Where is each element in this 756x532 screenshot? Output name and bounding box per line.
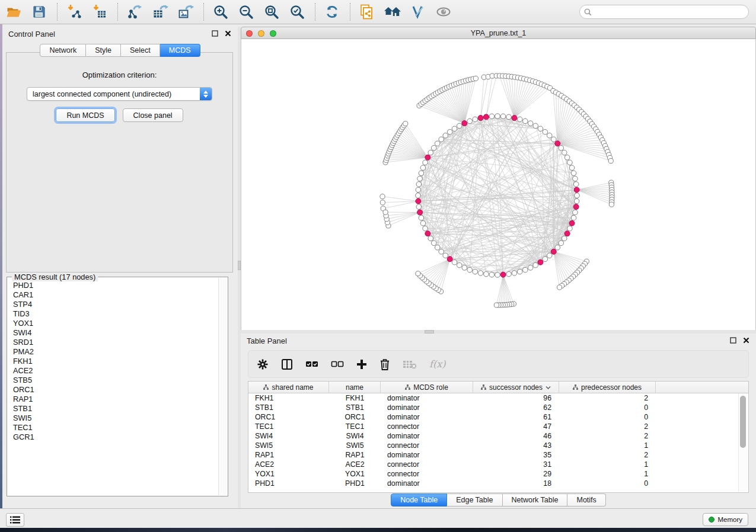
table-scrollbar[interactable] [738, 393, 748, 492]
memory-label: Memory [717, 516, 742, 523]
cell-successor-nodes: 31 [473, 460, 559, 469]
open-file-button[interactable] [5, 2, 23, 21]
cell-shared-name: SWI4 [248, 431, 329, 441]
mcds-result-item[interactable]: GCR1 [13, 432, 219, 442]
cell-mcds-role: connector [381, 422, 473, 431]
mcds-result-item[interactable]: STP4 [13, 300, 219, 309]
tab-style[interactable]: Style [86, 44, 121, 57]
split-columns-button[interactable] [281, 358, 293, 370]
visual-style-button[interactable] [409, 2, 427, 21]
mcds-result-item[interactable]: SRD1 [13, 338, 219, 347]
zoom-out-button[interactable] [237, 2, 255, 21]
window-close-icon[interactable] [246, 30, 253, 37]
cell-predecessor-nodes: 1 [559, 460, 656, 469]
search-input[interactable] [594, 7, 748, 17]
float-panel-button[interactable] [729, 336, 737, 344]
mcds-result-item[interactable]: YOX1 [13, 319, 219, 328]
mcds-result-item[interactable]: STB1 [13, 404, 219, 414]
table-row[interactable]: PHD1PHD1dominator180 [248, 479, 748, 488]
table-row[interactable]: SWI4SWI4dominator462 [248, 431, 748, 441]
column-header-predecessor-nodes[interactable]: predecessor nodes [559, 382, 656, 393]
close-panel-button[interactable] [224, 30, 232, 37]
close-panel-button[interactable] [742, 336, 750, 344]
table-row[interactable]: RAP1RAP1dominator352 [248, 450, 748, 460]
mcds-result-item[interactable]: PHD1 [13, 281, 219, 290]
column-header-name[interactable]: name [329, 382, 381, 393]
mcds-result-item[interactable]: RAP1 [13, 395, 219, 404]
cell-shared-name: RAP1 [248, 450, 329, 460]
window-zoom-icon[interactable] [270, 30, 276, 37]
mcds-result-item[interactable]: CAR1 [13, 290, 219, 300]
tab-edge-table[interactable]: Edge Table [447, 493, 502, 507]
table-row[interactable]: ACE2ACE2connector311 [248, 460, 748, 469]
tab-motifs[interactable]: Motifs [567, 493, 605, 507]
float-panel-button[interactable] [211, 30, 219, 37]
optimization-criterion-value: largest connected component (undirected) [27, 90, 200, 98]
zoom-selected-button[interactable] [288, 2, 306, 21]
table-row[interactable]: STB1STB1dominator620 [248, 403, 748, 412]
add-column-button[interactable] [356, 359, 367, 370]
tab-node-table[interactable]: Node Table [391, 493, 447, 507]
mcds-result-item[interactable]: TID3 [13, 309, 219, 319]
import-table-button[interactable] [91, 2, 109, 21]
table-settings-button[interactable] [257, 358, 269, 370]
cell-shared-name: SWI5 [248, 441, 329, 450]
table-row[interactable]: YOX1YOX1connector291 [248, 469, 748, 479]
memory-button[interactable]: Memory [703, 513, 748, 526]
mcds-list-scrollbar[interactable] [218, 278, 227, 495]
cell-shared-name: ORC1 [248, 412, 329, 422]
table-row[interactable]: TEC1TEC1connector472 [248, 422, 748, 431]
share-document-button[interactable] [358, 2, 376, 21]
table-panel-tabs: Node TableEdge TableNetwork TableMotifs [241, 493, 756, 507]
delete-column-button[interactable] [379, 358, 390, 370]
close-panel-action-button[interactable]: Close panel [123, 108, 183, 122]
clear-checkboxes-button[interactable] [331, 360, 344, 368]
table-row[interactable]: FKH1FKH1dominator962 [248, 393, 748, 403]
function-builder-button[interactable]: f(x) [429, 358, 445, 370]
table-scrollbar-thumb[interactable] [740, 396, 746, 448]
export-image-button[interactable] [177, 2, 194, 21]
column-header-shared-name[interactable]: shared name [248, 382, 329, 393]
optimization-criterion-select[interactable]: largest connected component (undirected) [27, 87, 212, 101]
mcds-result-item[interactable]: FKH1 [13, 357, 219, 366]
home-pages-button[interactable] [384, 2, 401, 21]
mcds-result-item[interactable]: TEC1 [13, 423, 219, 432]
tab-select[interactable]: Select [121, 44, 160, 57]
save-session-button[interactable] [30, 2, 48, 21]
zoom-in-button[interactable] [212, 2, 229, 21]
refresh-layout-button[interactable] [323, 2, 341, 21]
tab-network[interactable]: Network [40, 44, 86, 57]
run-mcds-button[interactable]: Run MCDS [56, 108, 114, 122]
export-table-button[interactable] [151, 2, 169, 21]
column-header-mcds-role[interactable]: MCDS role [381, 382, 473, 393]
window-minimize-icon[interactable] [258, 30, 264, 37]
attribute-type-icon [481, 384, 486, 390]
main-toolbar [0, 0, 756, 24]
column-header-successor-nodes[interactable]: successor nodes [473, 382, 559, 393]
import-network-button[interactable] [65, 2, 83, 21]
export-network-button[interactable] [126, 2, 143, 21]
mcds-result-item[interactable]: SWI5 [13, 414, 219, 423]
mcds-result-item[interactable]: STB5 [13, 376, 219, 385]
table-row[interactable]: ORC1ORC1dominator610 [248, 412, 748, 422]
mcds-result-item[interactable]: ACE2 [13, 366, 219, 376]
delete-table-button[interactable] [403, 360, 417, 369]
show-panels-button[interactable] [6, 513, 24, 527]
table-row[interactable]: SWI5SWI5connector431 [248, 441, 748, 450]
mcds-result-item[interactable]: SWI4 [13, 328, 219, 338]
export-network-icon [127, 4, 143, 20]
tab-mcds[interactable]: MCDS [160, 44, 200, 57]
network-canvas[interactable] [241, 39, 756, 330]
show-hide-button[interactable] [435, 2, 452, 21]
zoom-fit-button[interactable] [263, 2, 280, 21]
mcds-result-item[interactable]: ORC1 [13, 385, 219, 395]
toolbar-separator [117, 3, 119, 21]
cell-shared-name: PHD1 [248, 479, 329, 488]
mcds-result-item[interactable]: PMA2 [13, 347, 219, 357]
cell-mcds-role: dominator [381, 403, 473, 412]
cell-predecessor-nodes: 0 [559, 403, 656, 412]
select-all-checkboxes-button[interactable] [305, 360, 318, 368]
cell-mcds-role: connector [381, 460, 473, 469]
memory-status-icon [709, 517, 714, 523]
tab-network-table[interactable]: Network Table [503, 493, 568, 507]
